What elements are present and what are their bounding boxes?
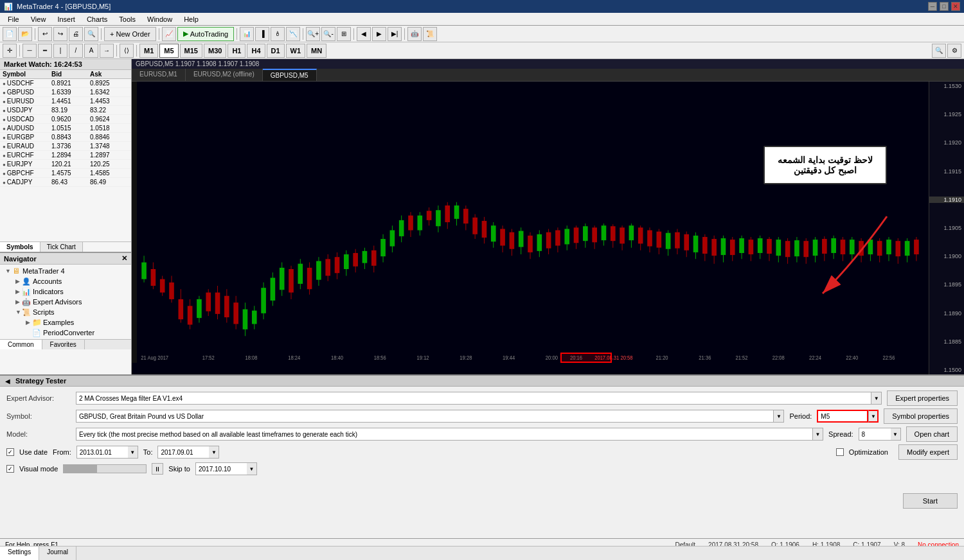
period-d1-btn[interactable]: D1 (267, 44, 285, 58)
start-button[interactable]: Start (903, 493, 958, 509)
mw-row-eurchf[interactable]: ●EURCHF 1.2894 1.2897 (0, 151, 131, 160)
spread-dropdown-btn[interactable]: ▼ (891, 428, 901, 441)
mw-row-usdjpy[interactable]: ●USDJPY 83.19 83.22 (0, 106, 131, 115)
grid-btn[interactable]: ⊞ (337, 27, 351, 41)
title-bar-controls[interactable]: ─ □ ✕ (928, 2, 960, 11)
mw-row-audusd[interactable]: ●AUDUSD 1.0515 1.0518 (0, 124, 131, 133)
period-combo[interactable]: ▼ (817, 410, 879, 423)
scroll-right-btn[interactable]: ▶ (372, 27, 386, 41)
ea-dropdown-btn[interactable]: ▼ (871, 392, 882, 405)
menu-insert[interactable]: Insert (52, 14, 80, 24)
skip-to-dropdown-btn[interactable]: ▼ (247, 462, 257, 475)
period-input[interactable] (817, 410, 868, 423)
menu-charts[interactable]: Charts (82, 14, 112, 24)
tab-settings[interactable]: Settings (0, 547, 39, 560)
menu-file[interactable]: File (3, 14, 24, 24)
arrow-tool-btn[interactable]: → (100, 44, 114, 58)
nav-expert-advisors[interactable]: ▶ 🤖 Expert Advisors (0, 297, 131, 307)
modify-expert-button[interactable]: Modify expert (898, 444, 958, 460)
chart-btn1[interactable]: 📈 (162, 27, 176, 41)
period-m30-btn[interactable]: M30 (204, 44, 226, 58)
period-h4-btn[interactable]: H4 (247, 44, 265, 58)
period-h1-btn[interactable]: H1 (228, 44, 245, 58)
mw-row-gbpusd[interactable]: ●GBPUSD 1.6339 1.6342 (0, 88, 131, 97)
bar-btn[interactable]: ▐ (255, 27, 269, 41)
expert-properties-button[interactable]: Expert properties (887, 390, 958, 406)
skip-to-input[interactable] (195, 462, 247, 475)
hline-tool-btn[interactable]: ━ (38, 44, 52, 58)
menu-window[interactable]: Window (142, 14, 177, 24)
symbol-input[interactable] (76, 410, 774, 423)
period-dropdown-btn[interactable]: ▼ (868, 410, 879, 423)
text-tool-btn[interactable]: A (84, 44, 98, 58)
autotrading-button[interactable]: ▶ AutoTrading (177, 27, 235, 41)
visual-pause-btn[interactable]: ⏸ (152, 463, 163, 475)
mw-row-gbpchf[interactable]: ●GBPCHF 1.4575 1.4585 (0, 169, 131, 178)
ea-combo[interactable]: ▼ (76, 392, 882, 405)
menu-help[interactable]: Help (179, 14, 204, 24)
vline-tool-btn[interactable]: | (53, 44, 67, 58)
fib-tool-btn[interactable]: ⟨⟩ (120, 44, 134, 58)
tab-symbols[interactable]: Symbols (0, 242, 40, 252)
open-button[interactable]: 📂 (18, 27, 32, 41)
menu-view[interactable]: View (26, 14, 51, 24)
nav-metatrader4[interactable]: ▼ 🖥 MetaTrader 4 (0, 266, 131, 276)
spread-combo[interactable]: ▼ (859, 428, 901, 441)
tab-tick-chart[interactable]: Tick Chart (40, 242, 83, 252)
tab-gbpusd-m5[interactable]: GBPUSD,M5 (263, 69, 317, 81)
visual-mode-checkbox[interactable] (6, 465, 14, 473)
indicator-btn[interactable]: 📊 (240, 27, 254, 41)
mw-row-usdchf[interactable]: ●USDCHF 0.8921 0.8925 (0, 79, 131, 88)
scroll-end-btn[interactable]: ▶| (388, 27, 402, 41)
new-button[interactable]: 📄 (3, 27, 17, 41)
open-chart-button[interactable]: Open chart (906, 426, 958, 442)
to-dropdown-btn[interactable]: ▼ (209, 446, 219, 459)
zoom-in-btn[interactable]: 🔍+ (306, 27, 320, 41)
tline-tool-btn[interactable]: / (69, 44, 83, 58)
optimization-checkbox[interactable] (836, 448, 844, 456)
period-m15-btn[interactable]: M15 (180, 44, 202, 58)
undo-button[interactable]: ↩ (38, 27, 52, 41)
period-w1-btn[interactable]: W1 (286, 44, 306, 58)
zoom-out-btn[interactable]: 🔍- (321, 27, 335, 41)
spread-input[interactable] (859, 428, 891, 441)
line-tool-btn[interactable]: ─ (22, 44, 37, 58)
to-input[interactable] (157, 446, 209, 459)
visual-mode-slider[interactable] (63, 464, 147, 473)
nav-scripts[interactable]: ▼ 📜 Scripts (0, 307, 131, 317)
symbol-dropdown-btn[interactable]: ▼ (774, 410, 784, 423)
expert-btn[interactable]: 🤖 (407, 27, 422, 41)
mw-row-euraud[interactable]: ●EURAUD 1.3736 1.3748 (0, 142, 131, 151)
tab-journal[interactable]: Journal (39, 547, 76, 560)
crosshair-btn[interactable]: ✛ (3, 44, 17, 58)
to-combo[interactable]: ▼ (157, 446, 219, 459)
menu-tools[interactable]: Tools (114, 14, 141, 24)
nav-period-converter[interactable]: 📄 PeriodConverter (0, 328, 131, 338)
left-panel-collapse[interactable]: ◀ (5, 378, 10, 385)
ea-input[interactable] (76, 392, 871, 405)
scroll-left-btn[interactable]: ◀ (357, 27, 371, 41)
restore-button[interactable]: □ (940, 2, 949, 11)
mw-row-eurgbp[interactable]: ●EURGBP 0.8843 0.8846 (0, 133, 131, 142)
expert-properties-btn[interactable]: Expert properties (887, 390, 958, 406)
from-dropdown-btn[interactable]: ▼ (128, 446, 138, 459)
from-combo[interactable]: ▼ (76, 446, 138, 459)
mw-row-eurjpy[interactable]: ●EURJPY 120.21 120.25 (0, 160, 131, 169)
use-date-checkbox[interactable] (6, 448, 14, 456)
script-btn[interactable]: 📜 (423, 27, 437, 41)
settings-btn[interactable]: ⚙ (947, 44, 961, 58)
minimize-button[interactable]: ─ (928, 2, 937, 11)
close-button[interactable]: ✕ (951, 2, 960, 11)
tab-common[interactable]: Common (0, 340, 42, 349)
period-m5-btn[interactable]: M5 (159, 44, 178, 58)
tab-eurusd-m1[interactable]: EURUSD,M1 (132, 69, 186, 81)
nav-examples[interactable]: ▶ 📁 Examples (0, 317, 131, 328)
redo-button[interactable]: ↪ (53, 27, 67, 41)
mw-row-cadjpy[interactable]: ●CADJPY 86.43 86.49 (0, 178, 131, 187)
tab-favorites[interactable]: Favorites (42, 340, 85, 349)
nav-accounts[interactable]: ▶ 👤 Accounts (0, 276, 131, 286)
search-btn[interactable]: 🔍 (932, 44, 946, 58)
skip-to-combo[interactable]: ▼ (195, 462, 257, 475)
candle-btn[interactable]: 🕯 (271, 27, 285, 41)
nav-indicators[interactable]: ▶ 📊 Indicators (0, 286, 131, 297)
